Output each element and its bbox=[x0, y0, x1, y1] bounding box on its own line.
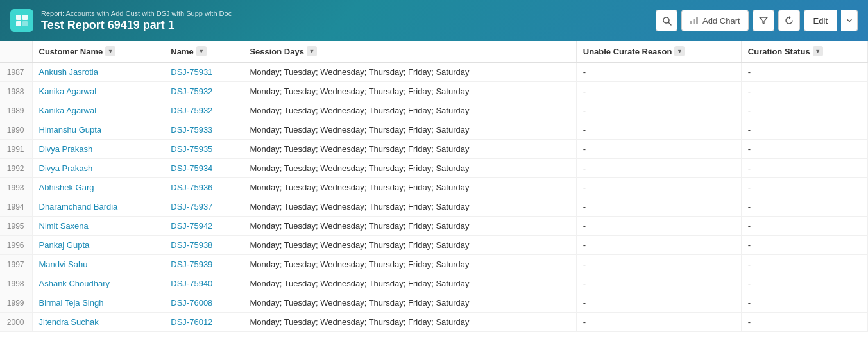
table-row: 1988Kanika AgarwalDSJ-75932Monday; Tuesd… bbox=[0, 82, 868, 101]
cell-session-days: Monday; Tuesday; Wednesday; Thursday; Fr… bbox=[243, 255, 576, 274]
col-header-unable-curate: Unable Curate Reason ▼ bbox=[576, 41, 741, 62]
cell-customer-name[interactable]: Divya Prakash bbox=[32, 159, 164, 178]
sort-unable-curate[interactable]: ▼ bbox=[674, 46, 685, 56]
filter-button[interactable] bbox=[753, 10, 774, 31]
cell-customer-name[interactable]: Divya Prakash bbox=[32, 140, 164, 159]
cell-row-num: 2000 bbox=[0, 313, 32, 332]
cell-customer-name[interactable]: Nimit Saxena bbox=[32, 217, 164, 236]
cell-curation-status: - bbox=[741, 140, 867, 159]
cell-customer-name[interactable]: Pankaj Gupta bbox=[32, 236, 164, 255]
cell-unable-curate-reason: - bbox=[576, 62, 741, 82]
cell-session-days: Monday; Tuesday; Wednesday; Thursday; Fr… bbox=[243, 178, 576, 197]
cell-name[interactable]: DSJ-75933 bbox=[164, 120, 243, 140]
svg-rect-1 bbox=[22, 15, 28, 20]
col-header-session-days: Session Days ▼ bbox=[243, 41, 576, 62]
cell-name[interactable]: DSJ-76012 bbox=[164, 313, 243, 332]
cell-customer-name[interactable]: Himanshu Gupta bbox=[32, 120, 164, 140]
refresh-icon bbox=[785, 16, 794, 25]
cell-unable-curate-reason: - bbox=[576, 82, 741, 101]
header-actions: Add Chart Edit bbox=[656, 10, 858, 31]
col-label-curation-status: Curation Status bbox=[748, 47, 810, 56]
header-title-block: Report: Accounts with Add Cust with DSJ … bbox=[41, 10, 232, 32]
table-row: 1995Nimit SaxenaDSJ-75942Monday; Tuesday… bbox=[0, 217, 868, 236]
cell-name[interactable]: DSJ-75942 bbox=[164, 217, 243, 236]
cell-row-num: 1989 bbox=[0, 101, 32, 120]
cell-customer-name[interactable]: Kanika Agarwal bbox=[32, 82, 164, 101]
cell-session-days: Monday; Tuesday; Wednesday; Thursday; Fr… bbox=[243, 101, 576, 120]
cell-session-days: Monday; Tuesday; Wednesday; Thursday; Fr… bbox=[243, 159, 576, 178]
cell-unable-curate-reason: - bbox=[576, 236, 741, 255]
sort-name[interactable]: ▼ bbox=[196, 46, 207, 56]
cell-customer-name[interactable]: Birmal Teja Singh bbox=[32, 293, 164, 313]
sort-session-days[interactable]: ▼ bbox=[307, 46, 317, 56]
cell-session-days: Monday; Tuesday; Wednesday; Thursday; Fr… bbox=[243, 313, 576, 332]
svg-rect-2 bbox=[16, 21, 21, 26]
add-chart-label: Add Chart bbox=[702, 16, 740, 26]
cell-name[interactable]: DSJ-75937 bbox=[164, 197, 243, 217]
col-label-name: Name bbox=[171, 47, 193, 56]
cell-name[interactable]: DSJ-76008 bbox=[164, 293, 243, 313]
chart-icon bbox=[690, 16, 699, 25]
table-row: 1992Divya PrakashDSJ-75934Monday; Tuesda… bbox=[0, 159, 868, 178]
cell-unable-curate-reason: - bbox=[576, 313, 741, 332]
cell-name[interactable]: DSJ-75934 bbox=[164, 159, 243, 178]
svg-rect-0 bbox=[16, 15, 21, 20]
sort-customer-name[interactable]: ▼ bbox=[105, 46, 115, 56]
cell-row-num: 1992 bbox=[0, 159, 32, 178]
cell-row-num: 1993 bbox=[0, 178, 32, 197]
cell-name[interactable]: DSJ-75931 bbox=[164, 62, 243, 82]
cell-curation-status: - bbox=[741, 120, 867, 140]
col-label-unable-curate: Unable Curate Reason bbox=[583, 47, 672, 56]
cell-name[interactable]: DSJ-75938 bbox=[164, 236, 243, 255]
cell-name[interactable]: DSJ-75936 bbox=[164, 178, 243, 197]
cell-row-num: 1991 bbox=[0, 140, 32, 159]
cell-row-num: 1990 bbox=[0, 120, 32, 140]
add-chart-button[interactable]: Add Chart bbox=[681, 10, 749, 31]
edit-button[interactable]: Edit bbox=[804, 10, 837, 31]
cell-customer-name[interactable]: Abhishek Garg bbox=[32, 178, 164, 197]
cell-customer-name[interactable]: Ankush Jasrotia bbox=[32, 62, 164, 82]
refresh-button[interactable] bbox=[778, 10, 800, 31]
search-button[interactable] bbox=[656, 10, 677, 31]
cell-customer-name[interactable]: Ashank Choudhary bbox=[32, 274, 164, 293]
sort-curation-status[interactable]: ▼ bbox=[813, 46, 823, 56]
edit-dropdown-button[interactable] bbox=[841, 10, 858, 31]
cell-curation-status: - bbox=[741, 293, 867, 313]
cell-curation-status: - bbox=[741, 178, 867, 197]
table-row: 1987Ankush JasrotiaDSJ-75931Monday; Tues… bbox=[0, 62, 868, 82]
cell-customer-name[interactable]: Mandvi Sahu bbox=[32, 255, 164, 274]
cell-row-num: 1997 bbox=[0, 255, 32, 274]
cell-session-days: Monday; Tuesday; Wednesday; Thursday; Fr… bbox=[243, 82, 576, 101]
cell-session-days: Monday; Tuesday; Wednesday; Thursday; Fr… bbox=[243, 197, 576, 217]
cell-name[interactable]: DSJ-75935 bbox=[164, 140, 243, 159]
cell-customer-name[interactable]: Jitendra Suchak bbox=[32, 313, 164, 332]
svg-rect-8 bbox=[696, 17, 698, 24]
chevron-down-icon bbox=[846, 17, 853, 24]
filter-icon bbox=[759, 16, 768, 25]
cell-session-days: Monday; Tuesday; Wednesday; Thursday; Fr… bbox=[243, 274, 576, 293]
table-body: 1987Ankush JasrotiaDSJ-75931Monday; Tues… bbox=[0, 62, 868, 332]
cell-unable-curate-reason: - bbox=[576, 178, 741, 197]
table-row: 1990Himanshu GuptaDSJ-75933Monday; Tuesd… bbox=[0, 120, 868, 140]
cell-name[interactable]: DSJ-75939 bbox=[164, 255, 243, 274]
col-header-name: Name ▼ bbox=[164, 41, 243, 62]
cell-session-days: Monday; Tuesday; Wednesday; Thursday; Fr… bbox=[243, 120, 576, 140]
cell-row-num: 1995 bbox=[0, 217, 32, 236]
cell-customer-name[interactable]: Dharamchand Bardia bbox=[32, 197, 164, 217]
cell-curation-status: - bbox=[741, 313, 867, 332]
col-header-customer-name: Customer Name ▼ bbox=[32, 41, 164, 62]
table-row: 1996Pankaj GuptaDSJ-75938Monday; Tuesday… bbox=[0, 236, 868, 255]
cell-session-days: Monday; Tuesday; Wednesday; Thursday; Fr… bbox=[243, 217, 576, 236]
cell-session-days: Monday; Tuesday; Wednesday; Thursday; Fr… bbox=[243, 62, 576, 82]
cell-session-days: Monday; Tuesday; Wednesday; Thursday; Fr… bbox=[243, 293, 576, 313]
cell-customer-name[interactable]: Kanika Agarwal bbox=[32, 101, 164, 120]
cell-name[interactable]: DSJ-75932 bbox=[164, 101, 243, 120]
cell-unable-curate-reason: - bbox=[576, 159, 741, 178]
report-subtitle: Report: Accounts with Add Cust with DSJ … bbox=[41, 10, 232, 17]
table-row: 1994Dharamchand BardiaDSJ-75937Monday; T… bbox=[0, 197, 868, 217]
cell-row-num: 1999 bbox=[0, 293, 32, 313]
cell-name[interactable]: DSJ-75932 bbox=[164, 82, 243, 101]
cell-row-num: 1988 bbox=[0, 82, 32, 101]
cell-name[interactable]: DSJ-75940 bbox=[164, 274, 243, 293]
cell-curation-status: - bbox=[741, 236, 867, 255]
